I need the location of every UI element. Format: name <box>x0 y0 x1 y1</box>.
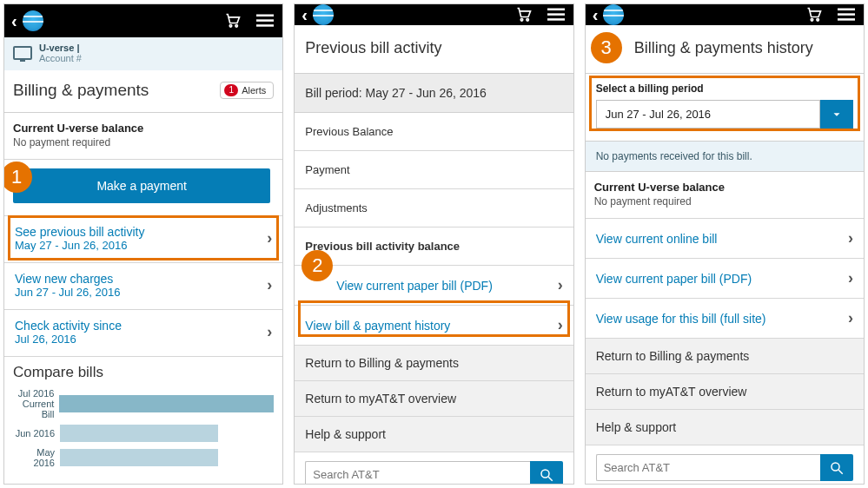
bill-period: Bill period: May 27 - Jun 26, 2016 <box>295 74 573 113</box>
link-date: Jul 26, 2016 <box>15 333 122 346</box>
back-icon[interactable]: ‹ <box>593 5 599 25</box>
compare-bills-section: Compare bills Jul 2016 Current Bill Jun … <box>4 356 282 482</box>
nav-help-support[interactable]: Help & support <box>295 417 573 452</box>
alerts-button[interactable]: 1 Alerts <box>220 82 274 99</box>
svg-rect-15 <box>838 13 855 15</box>
chevron-right-icon: › <box>267 276 272 294</box>
compare-label: Jul 2016 <box>18 388 55 399</box>
chevron-right-icon: › <box>558 276 563 294</box>
select-value: Jun 27 - Jul 26, 2016 <box>596 100 820 129</box>
search-button[interactable] <box>530 461 563 485</box>
top-bar: ‹ <box>4 4 282 37</box>
link-title: See previous bill activity <box>15 225 144 239</box>
page-title: Previous bill activity <box>295 25 573 74</box>
link-previous-bill-activity[interactable]: See previous bill activity May 27 - Jun … <box>4 215 282 262</box>
search-input[interactable] <box>596 454 820 481</box>
cart-icon[interactable] <box>805 6 824 23</box>
cart-icon[interactable] <box>223 12 242 30</box>
search-input[interactable] <box>305 461 529 485</box>
action-view-paper-bill[interactable]: View current paper bill (PDF) › <box>586 259 864 299</box>
row-adjustments[interactable]: Adjustments <box>295 189 573 228</box>
action-view-paper-bill[interactable]: View current paper bill (PDF) › <box>295 266 573 306</box>
action-label: View current paper bill (PDF) <box>305 279 492 293</box>
action-view-bill-history[interactable]: View bill & payment history › <box>295 306 573 346</box>
menu-icon[interactable] <box>836 6 857 23</box>
svg-point-6 <box>527 19 529 22</box>
search-bar <box>596 454 853 481</box>
att-logo-icon[interactable] <box>603 4 624 25</box>
screen-3: ‹ Billing & payments history 3 Select a … <box>585 3 865 485</box>
no-payments-info: No payments received for this bill. <box>586 142 864 172</box>
chevron-right-icon: › <box>848 269 853 287</box>
nav-return-overview[interactable]: Return to myAT&T overview <box>586 374 864 410</box>
compare-bar <box>60 425 218 442</box>
action-label: View current online bill <box>596 232 718 246</box>
att-logo-icon[interactable] <box>23 10 43 31</box>
svg-line-11 <box>548 477 553 481</box>
page-title-bar: Billing & payments 1 Alerts <box>4 70 282 113</box>
chevron-down-icon[interactable] <box>820 100 853 129</box>
svg-rect-16 <box>838 18 855 20</box>
link-date: May 27 - Jun 26, 2016 <box>15 239 144 252</box>
search-button[interactable] <box>820 454 853 481</box>
balance-section: Current U-verse balance No payment requi… <box>4 113 282 160</box>
compare-heading: Compare bills <box>13 364 274 381</box>
balance-label: Current U-verse balance <box>13 122 274 135</box>
link-date: Jun 27 - Jul 26, 2016 <box>15 286 120 299</box>
back-icon[interactable]: ‹ <box>301 5 308 25</box>
menu-icon[interactable] <box>546 6 567 23</box>
callout-3-icon: 3 <box>591 32 622 63</box>
nav-help-support[interactable]: Help & support <box>586 410 864 445</box>
link-title: Check activity since <box>15 319 122 333</box>
monitor-icon <box>13 46 32 60</box>
svg-rect-14 <box>838 9 855 11</box>
balance-sub: No payment required <box>594 195 855 208</box>
action-view-online-bill[interactable]: View current online bill › <box>586 219 864 259</box>
select-label: Select a billing period <box>596 82 853 95</box>
row-previous-balance[interactable]: Previous Balance <box>295 113 573 151</box>
compare-row-may: May 2016 <box>13 447 274 468</box>
svg-point-17 <box>832 463 839 471</box>
cart-icon[interactable] <box>514 6 533 23</box>
chevron-right-icon: › <box>267 229 272 247</box>
back-icon[interactable]: ‹ <box>11 11 17 31</box>
row-balance-label: Previous bill activity balance <box>295 228 573 266</box>
balance-section: Current U-verse balance No payment requi… <box>586 172 864 219</box>
svg-rect-4 <box>256 24 274 26</box>
screen-2: ‹ Previous bill activity Bill period: Ma… <box>294 3 573 485</box>
alerts-count: 1 <box>224 84 238 96</box>
make-payment-button[interactable]: Make a payment <box>13 168 270 203</box>
compare-label: May 2016 <box>13 447 60 468</box>
svg-rect-9 <box>547 18 565 20</box>
nav-return-billing[interactable]: Return to Billing & payments <box>586 339 864 374</box>
compare-sublabel: Current Bill <box>23 399 55 419</box>
link-title: View new charges <box>15 272 113 286</box>
balance-sub: No payment required <box>13 136 274 148</box>
action-view-usage[interactable]: View usage for this bill (full site) › <box>586 299 864 339</box>
nav-return-billing[interactable]: Return to Billing & payments <box>295 346 573 381</box>
account-number: Account # <box>39 53 82 63</box>
account-strip: U-verse | Account # <box>4 37 282 70</box>
action-label: View usage for this bill (full site) <box>596 312 766 326</box>
link-view-new-charges[interactable]: View new charges Jun 27 - Jul 26, 2016 › <box>4 262 282 309</box>
top-bar: ‹ <box>586 4 864 25</box>
compare-bar <box>59 395 274 412</box>
att-logo-icon[interactable] <box>313 4 334 25</box>
row-payment[interactable]: Payment <box>295 151 573 189</box>
menu-icon[interactable] <box>255 12 275 30</box>
nav-return-overview[interactable]: Return to myAT&T overview <box>295 381 573 417</box>
page-title: Billing & payments <box>13 81 149 100</box>
svg-point-1 <box>235 25 238 28</box>
page-title: Billing & payments history <box>586 25 864 74</box>
compare-bar <box>60 449 218 466</box>
svg-point-13 <box>817 19 819 22</box>
billing-period-select[interactable]: Jun 27 - Jul 26, 2016 <box>596 100 853 129</box>
link-check-activity-since[interactable]: Check activity since Jul 26, 2016 › <box>4 309 282 356</box>
billing-period-select-block: Select a billing period Jun 27 - Jul 26,… <box>586 74 864 142</box>
alerts-label: Alerts <box>242 85 266 96</box>
svg-point-12 <box>811 19 813 22</box>
search-bar <box>305 461 562 485</box>
account-product: U-verse | <box>39 43 80 53</box>
action-label: View bill & payment history <box>305 319 450 333</box>
svg-point-5 <box>520 19 523 22</box>
